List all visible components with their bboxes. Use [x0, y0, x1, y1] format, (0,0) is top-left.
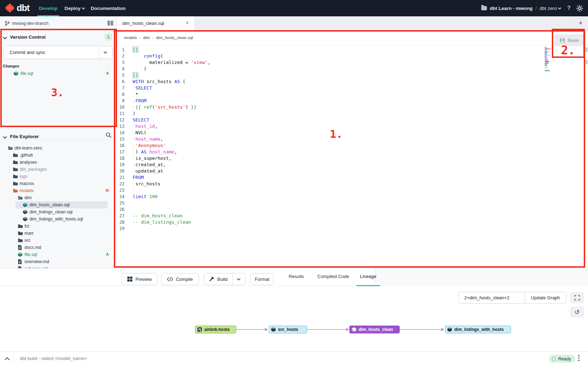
lineage-node-dim-listings-with-hosts[interactable]: dim_listings_with_hosts [445, 326, 511, 333]
preview-button[interactable]: Preview [121, 273, 157, 285]
command-input[interactable]: dbt build --select <model_name> [20, 356, 87, 361]
tree-item-docs-md[interactable]: docs.md [0, 244, 117, 251]
dbt-logo[interactable]: dbt [5, 3, 29, 13]
code-line-18[interactable]: 18 is_superhost, [117, 155, 543, 162]
code-line-27[interactable]: 27-- dim_hosts_clean [117, 213, 543, 219]
tree-item-dim-listings-clean-sql[interactable]: dim_listings_clean.sql [0, 208, 117, 216]
active-tab-underline [356, 285, 380, 286]
tab-dim-hosts-clean[interactable]: dim_hosts_clean.sql × [117, 16, 195, 30]
tree-item-dbt-learn-zero[interactable]: dbt-learn-zero [0, 145, 117, 152]
code-token: NVL( [133, 130, 146, 135]
code-line-19[interactable]: 19 created_at, [117, 162, 543, 168]
code-token: is_superhost, [133, 156, 172, 161]
code-line-13[interactable]: 13 host_id, [117, 123, 543, 130]
change-row-file.sql[interactable]: file.sqlA [0, 70, 117, 77]
lineage-node-airbnb-hosts[interactable]: airbnb.hosts [195, 326, 236, 333]
code-line-24[interactable]: 24limit 100 [117, 194, 543, 200]
code-line-20[interactable]: 20 updated_at [117, 168, 543, 174]
save-button[interactable]: Save [554, 34, 584, 46]
chevron-up-icon[interactable] [5, 357, 10, 362]
code-line-15[interactable]: 15 host_name, [117, 136, 543, 142]
tab-lineage[interactable]: Lineage [360, 274, 376, 279]
build-button[interactable]: Build [204, 273, 246, 285]
kebab-menu-icon[interactable] [578, 355, 579, 361]
minimap[interactable] [545, 47, 554, 75]
compile-button[interactable]: Compile [161, 273, 199, 285]
seed-icon [197, 327, 202, 332]
code-line-25[interactable]: 25 [117, 200, 543, 206]
scrollbar-thumb[interactable] [586, 47, 588, 52]
lineage-node-src-hosts[interactable]: src_hosts [269, 326, 307, 333]
tree-item-mart[interactable]: mart [0, 230, 117, 237]
tree-item-models[interactable]: modelsM [0, 187, 117, 194]
code-line-26[interactable]: 26 [117, 206, 543, 213]
divider [13, 352, 14, 365]
tab-compiled-code[interactable]: Compiled Code [317, 274, 349, 279]
breadcrumb-file[interactable]: dim_hosts_clean.sql [156, 36, 193, 40]
new-tab-button[interactable]: + [577, 19, 584, 27]
code-token: 'view' [191, 60, 207, 65]
code-line-7[interactable]: 7 SELECT [117, 85, 543, 91]
tree-item-dim-listings-with-hosts-sql[interactable]: dim_listings_with_hosts.sql [0, 216, 117, 223]
dbt-cloud-ide: dbt Develop Deploy Documentation dbt Lea… [0, 0, 588, 365]
code-line-28[interactable]: 28-- dim_listings_clean [117, 219, 543, 225]
code-line-21[interactable]: 21FROM [117, 174, 543, 181]
project-selector[interactable]: dbt Learn - mwong / dbt zero [481, 6, 561, 11]
indent-guide [133, 130, 133, 135]
breadcrumb-dim[interactable]: dim [143, 36, 150, 40]
code-line-11[interactable]: 11) [117, 110, 543, 117]
code-line-12[interactable]: 12SELECT [117, 117, 543, 123]
tab-results[interactable]: Results [289, 274, 304, 279]
gear-icon[interactable] [576, 5, 583, 12]
nav-deploy[interactable]: Deploy [65, 0, 85, 16]
tree-item-fct[interactable]: fct [0, 223, 117, 230]
environment-selector[interactable]: dbt zero [539, 6, 561, 11]
tree-item-file-sql[interactable]: file.sqlA [0, 251, 117, 258]
commit-options-chevron[interactable] [99, 46, 112, 59]
tree-item-logs[interactable]: logs [0, 173, 117, 180]
file-explorer-header[interactable]: File Explorer [4, 134, 39, 139]
code-line-10[interactable]: 10 {{ ref('src_hosts') }} [117, 104, 543, 110]
code-line-6[interactable]: 6WITH src_hosts AS ( [117, 78, 543, 85]
git-status-badge: A [106, 252, 109, 256]
split-view-icon[interactable] [107, 21, 113, 26]
code-line-14[interactable]: 14 NVL( [117, 130, 543, 136]
close-icon[interactable]: × [186, 20, 189, 26]
commit-and-sync-button[interactable]: Commit and sync [4, 46, 113, 59]
search-icon[interactable] [106, 132, 112, 138]
code-line-3[interactable]: 3 materialized = 'view', [117, 59, 543, 66]
tree-item-overview-md[interactable]: overview.md [0, 258, 117, 265]
format-label: Format [255, 277, 269, 282]
code-line-8[interactable]: 8 * [117, 91, 543, 98]
code-line-1[interactable]: 1{{ [117, 47, 543, 53]
tree-item--github[interactable]: .github [0, 152, 117, 159]
code-line-17[interactable]: 17 ) AS host_name, [117, 149, 543, 155]
code-line-5[interactable]: 5}} [117, 72, 543, 78]
tree-item-dbt-packages[interactable]: dbt_packages [0, 166, 117, 173]
tree-item-dim[interactable]: dim [0, 194, 117, 201]
nav-documentation[interactable]: Documentation [91, 0, 126, 16]
tree-item-macros[interactable]: macros [0, 180, 117, 187]
tree-item-label: docs.md [24, 245, 41, 250]
code-token: , [174, 149, 177, 154]
version-control-header[interactable]: Version Control [4, 34, 46, 40]
lineage-node-dim-hosts-clean[interactable]: dim_hosts_clean [349, 326, 400, 333]
tree-item-src[interactable]: src [0, 237, 117, 244]
code-line-2[interactable]: 2 config( [117, 53, 543, 59]
tree-item-analyses[interactable]: analyses [0, 159, 117, 166]
tree-item-dim-hosts-clean-sql[interactable]: dim_hosts_clean.sql [0, 201, 117, 208]
project-name: dbt Learn - mwong [490, 6, 533, 11]
code-line-22[interactable]: 22 src_hosts [117, 181, 543, 187]
code-line-23[interactable]: 23 [117, 187, 543, 194]
format-button[interactable]: Format [250, 273, 274, 285]
nav-develop[interactable]: Develop [37, 0, 59, 16]
code-line-4[interactable]: 4 ) [117, 66, 543, 72]
code-line-29[interactable]: 29 [117, 225, 543, 232]
breadcrumb-models[interactable]: models [124, 36, 137, 40]
scrollbar-thumb[interactable] [586, 60, 588, 64]
branch-name[interactable]: mwong-dev-branch [12, 21, 49, 26]
code-line-16[interactable]: 16 'Anonymous' [117, 142, 543, 149]
code-line-9[interactable]: 9 FROM [117, 98, 543, 104]
build-options-chevron[interactable] [232, 273, 245, 285]
help-icon[interactable]: ? [566, 5, 572, 11]
